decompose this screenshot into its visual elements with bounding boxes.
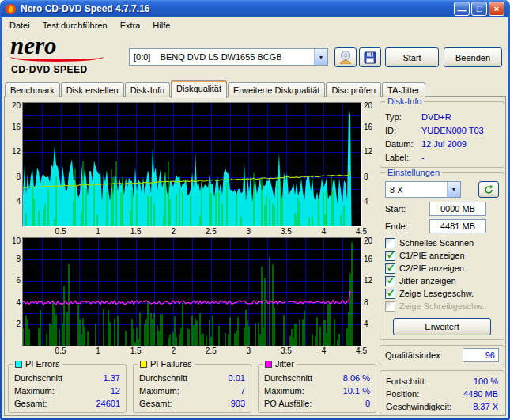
- start-input[interactable]: 0000 MB: [429, 202, 486, 216]
- pie-chart-y-axis-right: 48121620: [362, 102, 376, 227]
- stat-row: Maximum:12: [9, 384, 126, 397]
- stat-label: Durchschnitt: [139, 372, 187, 384]
- disk-info-value: 12 Jul 2009: [421, 138, 467, 151]
- stat-value: 10.1 %: [343, 384, 370, 397]
- tick-label: 1: [96, 347, 100, 355]
- stat-value: 12: [111, 384, 120, 397]
- end-input[interactable]: 4481 MB: [429, 219, 486, 233]
- tick-label: 2: [16, 320, 21, 328]
- tick-label: 16: [364, 255, 372, 263]
- floppy-icon: [364, 51, 376, 64]
- stat-row: Gesamt:903: [134, 397, 251, 410]
- stat-value: 8.06 %: [343, 372, 370, 384]
- minimize-button[interactable]: —: [454, 2, 470, 16]
- tab-disc-pruefen[interactable]: Disc prüfen: [326, 82, 381, 97]
- tab-diskqualitaet[interactable]: Diskqualität: [171, 80, 227, 98]
- disk-info-row: Datum:12 Jul 2009: [385, 138, 499, 151]
- menu-test-durchfuehren[interactable]: Test durchführen: [36, 18, 114, 32]
- tab-disk-info[interactable]: Disk-Info: [125, 82, 170, 97]
- progress-value: 4480 MB: [463, 388, 498, 400]
- refresh-icon: [483, 184, 494, 195]
- tab-strip: Benchmark Disk erstellen Disk-Info Diskq…: [4, 79, 506, 97]
- stat-value: 7: [240, 384, 245, 397]
- checkbox-icon: [385, 251, 395, 261]
- checkbox-jitter-anzeigen[interactable]: Jitter anzeigen: [385, 274, 499, 287]
- disk-info-value: -: [421, 151, 425, 165]
- pif-jitter-chart: 246810 48121620 0.511.522.533.544.5: [8, 237, 376, 357]
- start-button[interactable]: Start: [385, 47, 439, 67]
- drive-select[interactable]: [0:0] BENQ DVD LS DW1655 BCGB: [129, 48, 328, 66]
- jitter-box: Jitter Durchschnitt8.06 % Maximum:10.1 %…: [258, 364, 376, 413]
- close-button[interactable]: ×: [489, 2, 504, 16]
- tick-label: 2: [171, 228, 176, 236]
- tick-label: 3: [247, 347, 251, 355]
- stat-row: Gesamt:24601: [9, 397, 126, 410]
- tick-label: 12: [364, 277, 372, 285]
- checkbox-icon: [385, 301, 395, 312]
- menu-extra[interactable]: Extra: [114, 18, 147, 32]
- checkbox-zeige-schreibgeschw: Zeige Schreibgeschw.: [385, 300, 499, 312]
- checkbox-label: Zeige Lesegeschw.: [399, 289, 474, 298]
- tick-label: 2.5: [206, 347, 217, 355]
- tab-erweiterte-diskqualitaet[interactable]: Erweiterte Diskqualität: [228, 82, 325, 97]
- tab-ta-jitter[interactable]: TA-Jitter: [382, 82, 425, 97]
- quality-index-value: 96: [463, 348, 499, 362]
- toolbar: nero CD-DVD SPEED [0:0] BENQ DVD LS DW16…: [2, 33, 508, 79]
- stat-row: Maximum:7: [134, 384, 251, 397]
- progress-value: 8.37 X: [473, 400, 498, 413]
- start-row: Start: 0000 MB: [385, 202, 499, 216]
- checkbox-schnelles-scannen[interactable]: Schnelles Scannen: [385, 236, 499, 249]
- tick-label: 4: [322, 347, 327, 355]
- stat-value: 0.01: [229, 372, 245, 384]
- tick-label: 4: [16, 198, 21, 206]
- disk-info-row: Typ:DVD+R: [385, 111, 499, 124]
- tick-label: 4: [322, 228, 327, 236]
- speed-select[interactable]: 8 X: [385, 181, 461, 198]
- refresh-button[interactable]: [478, 181, 499, 198]
- stats-row: PI Errors Durchschnitt1.37 Maximum:12 Ge…: [8, 364, 376, 413]
- progress-group: Fortschritt:100 % Position:4480 MB Gesch…: [380, 370, 504, 414]
- settings-group-title: Einstellungen: [385, 168, 442, 178]
- nero-swoosh-icon: [10, 52, 104, 62]
- speed-select-value: 8 X: [386, 182, 447, 197]
- jitter-swatch-icon: [265, 361, 272, 368]
- stat-row: Durchschnitt1.37: [9, 372, 126, 384]
- disk-info-row: ID:YUDEN000 T03: [385, 124, 499, 138]
- checkbox-c2-pif-anzeigen[interactable]: C2/PIF anzeigen: [385, 262, 499, 274]
- progress-row: Geschwindigkeit:8.37 X: [386, 400, 498, 413]
- menu-hilfe[interactable]: Hilfe: [146, 18, 176, 32]
- tab-disk-erstellen[interactable]: Disk erstellen: [61, 82, 124, 97]
- disk-info-label: Label:: [385, 151, 421, 165]
- tick-label: 1.5: [130, 347, 142, 355]
- progress-label: Geschwindigkeit:: [386, 400, 451, 413]
- tick-label: 8: [16, 173, 21, 181]
- tick-label: 12: [12, 148, 21, 156]
- window-title: Nero CD-DVD Speed 4.7.7.16: [21, 3, 450, 14]
- stat-row: PO Ausfälle:0: [259, 397, 376, 410]
- pi-errors-title: PI Errors: [25, 359, 59, 369]
- menu-datei[interactable]: Datei: [3, 18, 36, 32]
- checkbox-c1-pie-anzeigen[interactable]: C1/PIE anzeigen: [385, 249, 499, 262]
- stat-label: Maximum:: [14, 384, 55, 397]
- pi-failures-swatch-icon: [140, 361, 147, 368]
- stat-label: Gesamt:: [14, 397, 47, 410]
- quit-button[interactable]: Beenden: [444, 47, 502, 67]
- disk-info-label: Datum:: [385, 138, 421, 151]
- disc-tool-button[interactable]: [334, 47, 357, 67]
- advanced-button[interactable]: Erweitert: [393, 318, 491, 335]
- checkbox-zeige-lesegeschw[interactable]: Zeige Lesegeschw.: [385, 287, 499, 300]
- pie-chart-plot: [22, 102, 362, 227]
- save-button[interactable]: [359, 47, 381, 67]
- checkbox-label: Schnelles Scannen: [399, 238, 474, 248]
- tick-label: 20: [12, 102, 21, 110]
- tick-label: 0.5: [55, 347, 66, 355]
- drive-select-value: [0:0] BENQ DVD LS DW1655 BCGB: [130, 49, 314, 65]
- maximize-button[interactable]: □: [471, 2, 487, 16]
- stat-label: Durchschnitt: [264, 372, 312, 384]
- chevron-down-icon[interactable]: [314, 49, 327, 65]
- stat-value: 24601: [96, 397, 120, 410]
- tab-benchmark[interactable]: Benchmark: [5, 82, 60, 97]
- window-controls: — □ ×: [454, 2, 504, 16]
- tick-label: 1: [96, 228, 100, 236]
- chevron-down-icon[interactable]: [447, 182, 460, 197]
